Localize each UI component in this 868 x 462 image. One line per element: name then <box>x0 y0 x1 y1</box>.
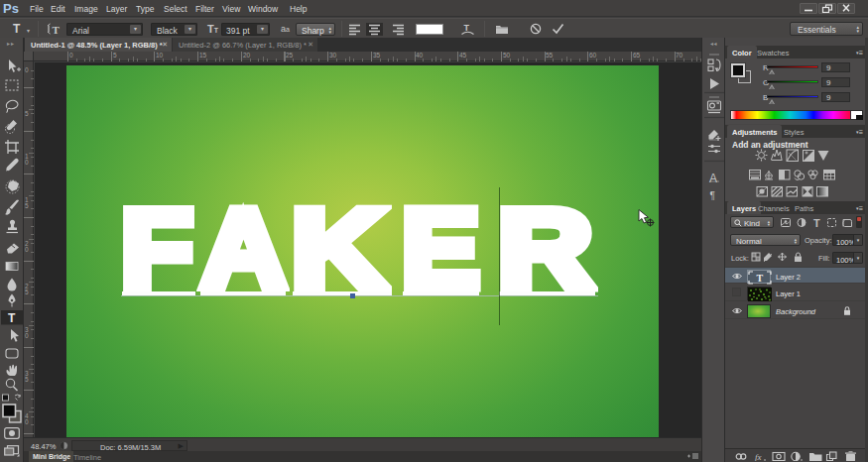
svg-text:T: T <box>464 23 470 33</box>
svg-text:T: T <box>8 311 16 325</box>
svg-text:¶: ¶ <box>710 190 715 201</box>
svg-text:T: T <box>757 273 764 284</box>
svg-text:A: A <box>709 172 717 185</box>
svg-text:T: T <box>53 24 61 36</box>
svg-text:fx: fx <box>755 452 762 462</box>
svg-text:T: T <box>813 217 820 228</box>
